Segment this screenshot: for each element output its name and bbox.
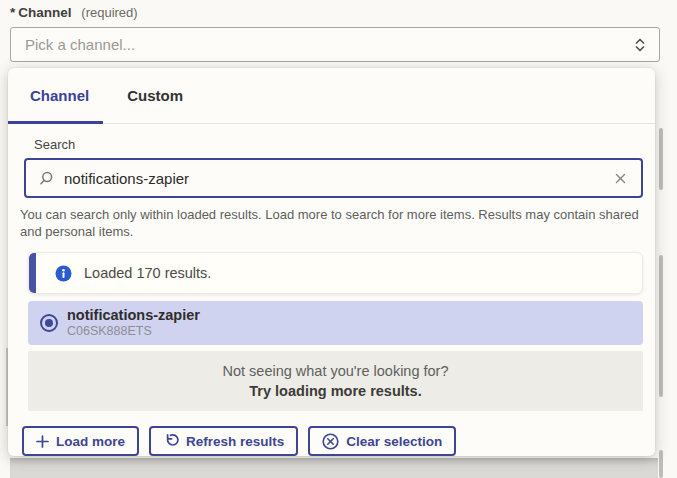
tab-channel-label: Channel [30,87,89,104]
search-field [24,158,643,198]
tab-bar: Channel Custom [8,68,655,124]
tab-channel[interactable]: Channel [8,68,103,123]
required-asterisk: * [10,5,15,20]
radio-selected-icon[interactable] [40,314,58,332]
load-more-label: Load more [56,434,125,449]
search-label: Search [34,137,655,152]
search-icon [38,170,55,187]
not-seeing-hint: Not seeing what you're looking for? Try … [28,351,643,411]
loaded-results-alert: Loaded 170 results. [28,252,643,294]
refresh-results-button[interactable]: Refresh results [149,426,298,456]
clear-search-icon[interactable] [612,170,629,187]
required-note: (required) [81,5,137,20]
clear-selection-button[interactable]: Clear selection [308,426,456,456]
channel-dropdown-panel: Channel Custom Search You can [8,68,655,456]
search-input[interactable] [64,170,612,187]
hint-line1: Not seeing what you're looking for? [222,363,448,379]
option-id: C06SK888ETS [67,324,200,339]
field-label: *Channel (required) [10,5,138,20]
refresh-results-label: Refresh results [186,434,284,449]
channel-picker-screen: *Channel (required) Pick a channel... Ch… [0,0,677,478]
scrollbar[interactable] [659,128,663,190]
channel-select[interactable]: Pick a channel... [10,27,660,62]
option-title: notifications-zapier [67,307,200,324]
clear-circle-icon [322,433,339,450]
chevron-up-down-icon [633,35,647,55]
scrollbar[interactable] [659,450,663,478]
select-placeholder: Pick a channel... [25,36,633,53]
clear-selection-label: Clear selection [346,434,442,449]
refresh-icon [163,433,179,449]
tab-custom[interactable]: Custom [113,68,197,123]
plus-icon [36,435,49,448]
search-helper-text: You can search only within loaded result… [20,206,641,240]
load-more-button[interactable]: Load more [22,426,139,456]
info-icon [55,265,72,282]
scrollbar[interactable] [659,255,663,397]
alert-text: Loaded 170 results. [84,265,211,281]
hint-line2: Try loading more results. [249,383,421,399]
tab-custom-label: Custom [127,87,183,104]
background-field-behind [10,458,658,478]
action-button-row: Load more Refresh results [22,426,655,456]
channel-option-selected[interactable]: notifications-zapier C06SK888ETS [28,301,643,345]
field-label-text: Channel [18,5,71,20]
